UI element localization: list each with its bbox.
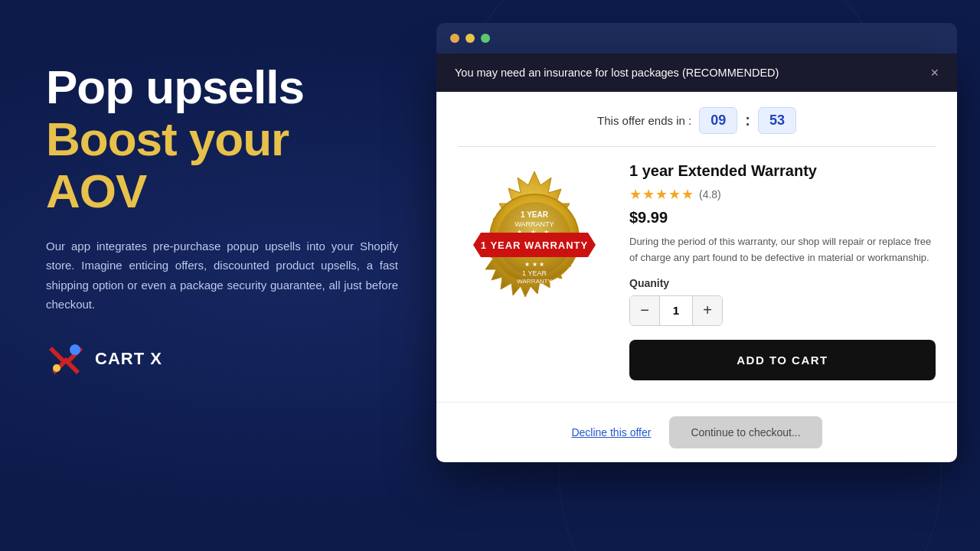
browser-dot-minimize	[466, 34, 475, 43]
browser-bar	[436, 23, 957, 54]
popup-header: You may need an insurance for lost packa…	[436, 54, 957, 92]
svg-text:WARRANTY: WARRANTY	[517, 278, 552, 285]
svg-text:1 YEAR WARRANTY: 1 YEAR WARRANTY	[481, 240, 588, 251]
left-panel: Pop upsells Boost your AOV Our app integ…	[46, 61, 398, 379]
svg-point-1	[70, 344, 80, 355]
add-to-cart-button[interactable]: ADD TO CART	[629, 340, 936, 380]
timer-seconds: 53	[758, 107, 796, 134]
svg-point-2	[53, 364, 60, 372]
product-info: 1 year Extended Warranty ★★★★★ (4.8) $9.…	[629, 162, 936, 380]
svg-text:1 YEAR: 1 YEAR	[521, 210, 549, 219]
quantity-plus-button[interactable]: +	[693, 296, 722, 325]
popup-footer: Decline this offer Continue to checkout.…	[436, 402, 957, 462]
popup-modal: You may need an insurance for lost packa…	[436, 54, 957, 462]
quantity-value: 1	[659, 296, 693, 325]
svg-text:1 YEAR: 1 YEAR	[522, 269, 547, 277]
quantity-label: Quanity	[629, 277, 936, 289]
decline-offer-button[interactable]: Decline this offer	[571, 426, 651, 439]
product-description: During the period of this warranty, our …	[629, 234, 936, 266]
quantity-minus-button[interactable]: −	[630, 296, 659, 325]
stars-icon: ★★★★★	[629, 186, 694, 203]
price: $9.99	[629, 209, 936, 227]
divider	[458, 146, 936, 147]
description: Our app integrates pre-purchase popup up…	[46, 236, 398, 315]
brand-name: CART X	[95, 349, 162, 369]
timer-colon: :	[745, 112, 750, 129]
headline-white: Pop upsells	[46, 61, 398, 113]
brand: CART X	[46, 339, 398, 379]
headline-gold: Boost your AOV	[46, 113, 398, 217]
svg-text:WARRANTY: WARRANTY	[514, 220, 554, 228]
product-title: 1 year Extended Warranty	[629, 162, 936, 180]
rating-value: (4.8)	[699, 188, 721, 201]
timer-minutes: 09	[699, 107, 737, 134]
stars-row: ★★★★★ (4.8)	[629, 186, 936, 203]
right-panel: You may need an insurance for lost packa…	[436, 23, 957, 462]
brand-logo-icon	[46, 339, 86, 379]
continue-checkout-button[interactable]: Continue to checkout...	[669, 416, 822, 448]
browser-dot-close	[450, 34, 459, 43]
popup-body: This offer ends in : 09 : 53	[436, 92, 957, 402]
browser-dot-expand	[481, 34, 490, 43]
popup-header-text: You may need an insurance for lost packa…	[455, 67, 779, 79]
warranty-badge-icon: 1 YEAR WARRANTY ★ ★ ★ ★ ★ ★ 1 YEAR WARRA…	[458, 162, 611, 315]
timer-label: This offer ends in :	[597, 114, 691, 127]
quantity-control: − 1 +	[629, 295, 723, 326]
timer-row: This offer ends in : 09 : 53	[458, 107, 936, 134]
close-button[interactable]: ×	[930, 66, 939, 80]
product-row: 1 YEAR WARRANTY ★ ★ ★ ★ ★ ★ 1 YEAR WARRA…	[458, 162, 936, 380]
svg-text:★ ★ ★: ★ ★ ★	[524, 261, 544, 268]
